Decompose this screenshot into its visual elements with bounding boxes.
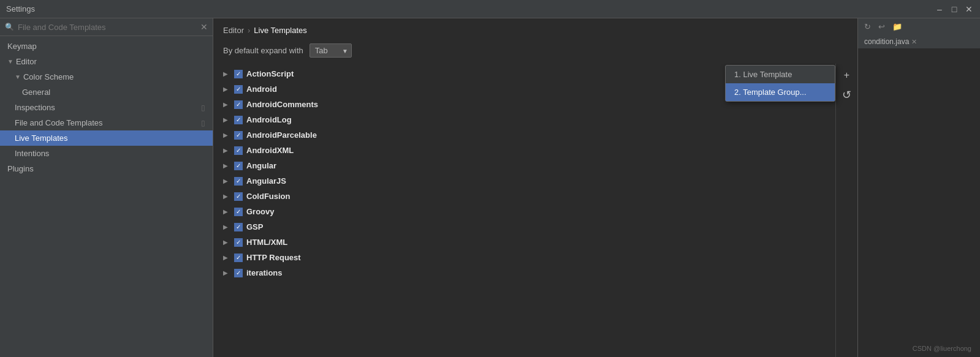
popup-menu-item[interactable]: 2. Template Group...	[726, 83, 835, 101]
sidebar: 🔍 ✕ Keymap ▼ Editor ▼ Color Scheme Gener…	[0, 18, 213, 357]
condition-tab-close-button[interactable]: ✕	[911, 38, 917, 46]
undo-tab-button[interactable]: ↩	[876, 21, 887, 32]
toolbar: By default expand with Tab Space Enter ▼	[213, 40, 857, 64]
condition-tab: condition.java ✕	[858, 35, 980, 48]
popup-menu-item[interactable]: 1. Live Template	[726, 66, 835, 83]
expand-arrow: ▶	[223, 101, 230, 108]
expand-arrow: ▶	[223, 239, 230, 246]
template-item-label: AndroidXML	[246, 146, 294, 155]
checkbox[interactable]	[234, 146, 243, 155]
folder-tab-button[interactable]: 📁	[890, 21, 905, 32]
template-item-label: iterations	[246, 268, 283, 277]
right-tab-area: ↻ ↩ 📁 condition.java ✕	[857, 18, 980, 357]
search-icon: 🔍	[5, 23, 14, 31]
copy-icon-inspections: ▯	[201, 103, 205, 112]
template-item-label: ActionScript	[246, 69, 294, 78]
sidebar-item-keymap[interactable]: Keymap	[0, 39, 213, 54]
checkbox[interactable]	[234, 85, 243, 94]
expand-with-dropdown[interactable]: Tab Space Enter	[310, 43, 352, 58]
list-item[interactable]: ▶Angular	[213, 158, 835, 173]
search-input[interactable]	[18, 23, 200, 32]
template-item-label: AndroidParcelable	[246, 130, 317, 140]
templates-area: ▶ActionScript▶Android▶AndroidComments▶An…	[213, 64, 857, 357]
checkbox[interactable]	[234, 269, 243, 277]
expand-arrow: ▶	[223, 147, 230, 154]
list-item[interactable]: ▶AndroidLog	[213, 112, 835, 127]
list-item[interactable]: ▶AndroidXML	[213, 143, 835, 158]
checkbox[interactable]	[234, 116, 243, 124]
checkbox[interactable]	[234, 70, 243, 78]
expand-arrow: ▶	[223, 162, 230, 169]
list-item[interactable]: ▶AndroidParcelable	[213, 127, 835, 143]
list-item[interactable]: ▶AngularJS	[213, 173, 835, 189]
expand-arrow: ▶	[223, 178, 230, 184]
popup-menu: 1. Live Template2. Template Group...	[725, 65, 835, 102]
title-bar: Settings – □ ✕	[0, 0, 980, 18]
checkbox[interactable]	[234, 162, 243, 170]
dropdown-wrap: Tab Space Enter ▼	[310, 43, 352, 58]
list-item[interactable]: ▶GSP	[213, 219, 835, 235]
breadcrumb: Editor › Live Templates	[213, 18, 857, 40]
template-item-label: Groovy	[246, 207, 275, 216]
template-item-label: AndroidLog	[246, 115, 292, 124]
sidebar-item-inspections[interactable]: Inspections ▯	[0, 100, 213, 115]
reload-tab-button[interactable]: ↻	[862, 21, 873, 32]
list-item[interactable]: ▶HTTP Request	[213, 250, 835, 265]
minimize-button[interactable]: –	[935, 4, 944, 14]
sidebar-item-file-and-code-templates[interactable]: File and Code Templates ▯	[0, 115, 213, 130]
template-item-label: Android	[246, 85, 277, 94]
template-item-label: AngularJS	[246, 176, 286, 186]
list-item[interactable]: ▶iterations	[213, 265, 835, 280]
add-button[interactable]: +	[839, 67, 855, 83]
checkbox[interactable]	[234, 223, 243, 231]
template-item-label: HTML/XML	[246, 238, 287, 247]
template-item-label: HTTP Request	[246, 253, 301, 262]
checkbox[interactable]	[234, 177, 243, 186]
list-item[interactable]: ▶ColdFusion	[213, 189, 835, 204]
checkbox[interactable]	[234, 100, 243, 109]
expand-arrow: ▶	[223, 254, 230, 261]
copy-icon-file-templates: ▯	[201, 119, 205, 127]
checkbox[interactable]	[234, 238, 243, 247]
breadcrumb-parent: Editor	[223, 26, 244, 35]
window-title: Settings	[6, 4, 935, 13]
checkbox[interactable]	[234, 208, 243, 216]
template-item-label: AndroidComments	[246, 100, 318, 109]
list-item[interactable]: ▶Groovy	[213, 204, 835, 219]
right-tab-content	[858, 48, 980, 357]
close-button[interactable]: ✕	[964, 4, 974, 14]
expand-arrow: ▶	[223, 86, 230, 92]
nav-section: Keymap ▼ Editor ▼ Color Scheme General I…	[0, 36, 213, 179]
expand-arrow: ▶	[223, 269, 230, 276]
expand-arrow: ▶	[223, 193, 230, 200]
condition-tab-label[interactable]: condition.java	[864, 37, 909, 46]
main-layout: 🔍 ✕ Keymap ▼ Editor ▼ Color Scheme Gener…	[0, 18, 980, 357]
expand-arrow: ▶	[223, 116, 230, 123]
sidebar-item-intentions[interactable]: Intentions	[0, 146, 213, 161]
expand-arrow: ▶	[223, 70, 230, 77]
search-clear-button[interactable]: ✕	[200, 22, 208, 32]
breadcrumb-current: Live Templates	[254, 26, 306, 35]
sidebar-item-live-templates[interactable]: Live Templates	[0, 130, 213, 146]
template-item-label: GSP	[246, 222, 263, 231]
right-tab-bar: ↻ ↩ 📁	[858, 18, 980, 35]
checkbox[interactable]	[234, 192, 243, 201]
undo-button[interactable]: ↺	[839, 87, 855, 103]
expand-arrow: ▶	[223, 224, 230, 230]
expand-arrow: ▶	[223, 132, 230, 138]
expand-label: By default expand with	[223, 46, 303, 55]
expand-arrow: ▶	[223, 208, 230, 215]
expand-arrow-color-scheme: ▼	[15, 73, 21, 80]
checkbox[interactable]	[234, 131, 243, 140]
search-bar: 🔍 ✕	[0, 18, 213, 36]
maximize-button[interactable]: □	[949, 4, 959, 14]
breadcrumb-separator: ›	[248, 26, 250, 35]
list-item[interactable]: ▶HTML/XML	[213, 235, 835, 250]
window-controls: – □ ✕	[935, 4, 974, 14]
checkbox[interactable]	[234, 254, 243, 262]
sidebar-item-general[interactable]: General	[0, 85, 213, 100]
template-list: ▶ActionScript▶Android▶AndroidComments▶An…	[213, 64, 835, 357]
sidebar-item-plugins[interactable]: Plugins	[0, 161, 213, 176]
sidebar-item-editor[interactable]: ▼ Editor	[0, 54, 213, 69]
sidebar-item-color-scheme[interactable]: ▼ Color Scheme	[0, 69, 213, 85]
